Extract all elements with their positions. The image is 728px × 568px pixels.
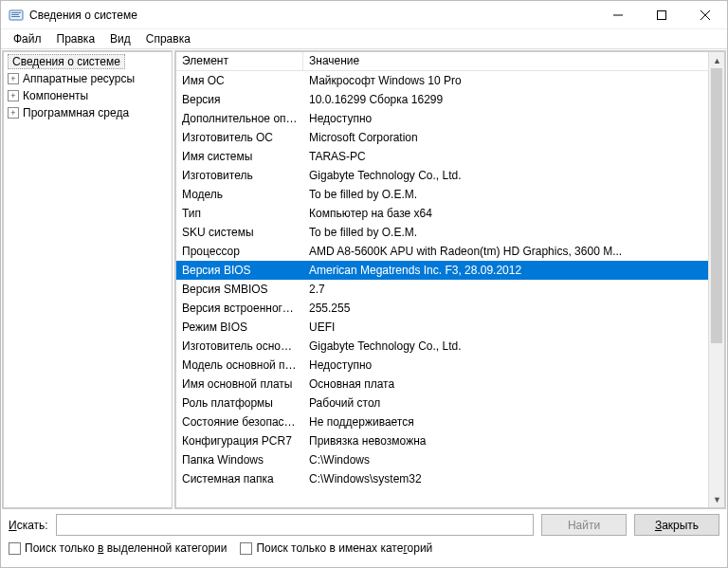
content-area: Сведения о системе + Аппаратные ресурсы … bbox=[1, 48, 727, 510]
check-names-label: Поиск только в именах категорий bbox=[256, 541, 432, 555]
cell-value: Компьютер на базе x64 bbox=[303, 206, 724, 221]
cell-value: Gigabyte Technology Co., Ltd. bbox=[303, 168, 724, 183]
tree-components-label: Компоненты bbox=[23, 89, 88, 102]
cell-name: Дополнительное опис... bbox=[176, 111, 303, 126]
table-row[interactable]: ПроцессорAMD A8-5600K APU with Radeon(tm… bbox=[176, 242, 724, 261]
table-row[interactable]: Состояние безопасно...Не поддерживается bbox=[176, 412, 724, 431]
search-input[interactable] bbox=[56, 514, 534, 536]
cell-name: Изготовитель ОС bbox=[176, 130, 303, 145]
check-names-only[interactable]: Поиск только в именах категорий bbox=[240, 541, 432, 555]
table-row[interactable]: Версия10.0.16299 Сборка 16299 bbox=[176, 90, 724, 109]
tree-software-label: Программная среда bbox=[23, 106, 129, 119]
cell-name: Режим BIOS bbox=[176, 320, 303, 335]
cell-value: Microsoft Corporation bbox=[303, 130, 724, 145]
cell-value: Не поддерживается bbox=[303, 414, 724, 430]
cell-name: Состояние безопасно... bbox=[176, 414, 303, 430]
table-row[interactable]: SKU системыTo be filled by O.E.M. bbox=[176, 223, 724, 242]
list-pane[interactable]: Элемент Значение Имя ОСМайкрософт Window… bbox=[174, 50, 726, 509]
cell-name: Версия bbox=[176, 92, 303, 107]
cell-value: TARAS-PC bbox=[303, 149, 724, 164]
menubar: Файл Правка Вид Справка bbox=[1, 29, 727, 48]
table-row[interactable]: Дополнительное опис...Недоступно bbox=[176, 109, 724, 128]
minimize-button[interactable] bbox=[596, 1, 640, 29]
cell-name: Имя ОС bbox=[176, 73, 303, 88]
vertical-scrollbar[interactable]: ▲ ▼ bbox=[708, 52, 724, 507]
scroll-down-arrow-icon[interactable]: ▼ bbox=[709, 491, 725, 507]
window-controls bbox=[596, 1, 727, 28]
cell-value: 255.255 bbox=[303, 301, 724, 316]
cell-value: Привязка невозможна bbox=[303, 433, 724, 449]
column-header-name[interactable]: Элемент bbox=[176, 52, 303, 70]
cell-name: Системная папка bbox=[176, 471, 303, 486]
column-header-value[interactable]: Значение bbox=[303, 52, 724, 70]
svg-rect-5 bbox=[658, 11, 666, 20]
checks-row: Поиск только в выделенной категории Поис… bbox=[9, 541, 719, 555]
table-row[interactable]: ИзготовительGigabyte Technology Co., Ltd… bbox=[176, 166, 724, 185]
cell-name: Роль платформы bbox=[176, 395, 303, 411]
cell-name: Изготовитель основно... bbox=[176, 339, 303, 354]
table-row[interactable]: Изготовитель основно...Gigabyte Technolo… bbox=[176, 337, 724, 356]
search-row: Искать: Найти Закрыть bbox=[9, 514, 719, 536]
svg-rect-2 bbox=[11, 14, 19, 15]
cell-value: To be filled by O.E.M. bbox=[303, 225, 724, 240]
cell-value: Gigabyte Technology Co., Ltd. bbox=[303, 339, 724, 354]
table-row[interactable]: Системная папкаC:\Windows\system32 bbox=[176, 469, 724, 488]
cell-value: C:\Windows\system32 bbox=[303, 471, 724, 486]
expander-icon[interactable]: + bbox=[8, 90, 19, 101]
cell-name: Версия SMBIOS bbox=[176, 282, 303, 297]
tree-hardware[interactable]: + Аппаратные ресурсы bbox=[4, 70, 172, 87]
table-row[interactable]: Имя ОСМайкрософт Windows 10 Pro bbox=[176, 71, 724, 90]
cell-name: Конфигурация PCR7 bbox=[176, 433, 303, 449]
table-row[interactable]: Имя основной платыОсновная плата bbox=[176, 375, 724, 394]
table-row[interactable]: МодельTo be filled by O.E.M. bbox=[176, 185, 724, 204]
table-row[interactable]: Версия BIOSAmerican Megatrends Inc. F3, … bbox=[176, 261, 724, 280]
cell-name: Имя системы bbox=[176, 149, 303, 164]
table-row[interactable]: Папка WindowsC:\Windows bbox=[176, 450, 724, 469]
checkbox-icon[interactable] bbox=[9, 542, 21, 555]
table-row[interactable]: Изготовитель ОСMicrosoft Corporation bbox=[176, 128, 724, 147]
table-row[interactable]: Версия встроенного к...255.255 bbox=[176, 299, 724, 318]
table-row[interactable]: ТипКомпьютер на базе x64 bbox=[176, 204, 724, 223]
cell-value: 2.7 bbox=[303, 282, 724, 297]
search-label: Искать: bbox=[9, 519, 48, 532]
table-row[interactable]: Роль платформыРабочий стол bbox=[176, 394, 724, 412]
cell-value: Основная плата bbox=[303, 376, 724, 392]
tree-components[interactable]: + Компоненты bbox=[4, 87, 172, 104]
tree-software[interactable]: + Программная среда bbox=[4, 104, 172, 121]
cell-value: Майкрософт Windows 10 Pro bbox=[303, 73, 724, 88]
bottom-panel: Искать: Найти Закрыть Поиск только в выд… bbox=[1, 510, 727, 562]
close-button-bottom[interactable]: Закрыть bbox=[634, 514, 719, 536]
menu-edit[interactable]: Правка bbox=[50, 30, 102, 47]
check-selected-category[interactable]: Поиск только в выделенной категории bbox=[9, 541, 227, 555]
checkbox-icon[interactable] bbox=[240, 542, 252, 555]
close-button[interactable] bbox=[683, 1, 727, 29]
app-icon bbox=[9, 8, 24, 23]
cell-value: Недоступно bbox=[303, 111, 724, 126]
tree-root[interactable]: Сведения о системе bbox=[4, 53, 172, 70]
cell-value: UEFI bbox=[303, 320, 724, 335]
cell-name: Изготовитель bbox=[176, 168, 303, 183]
table-row[interactable]: Конфигурация PCR7Привязка невозможна bbox=[176, 431, 724, 450]
svg-rect-1 bbox=[11, 12, 21, 13]
cell-name: SKU системы bbox=[176, 225, 303, 240]
list-body[interactable]: Имя ОСМайкрософт Windows 10 ProВерсия10.… bbox=[176, 71, 724, 488]
expander-icon[interactable]: + bbox=[8, 107, 19, 119]
menu-help[interactable]: Справка bbox=[139, 30, 197, 47]
table-row[interactable]: Версия SMBIOS2.7 bbox=[176, 280, 724, 299]
check-selected-label: Поиск только в выделенной категории bbox=[25, 541, 227, 555]
menu-view[interactable]: Вид bbox=[103, 30, 137, 47]
tree-pane[interactable]: Сведения о системе + Аппаратные ресурсы … bbox=[2, 50, 173, 509]
menu-file[interactable]: Файл bbox=[7, 30, 48, 47]
maximize-button[interactable] bbox=[640, 1, 683, 29]
cell-value: Рабочий стол bbox=[303, 395, 724, 411]
scroll-up-arrow-icon[interactable]: ▲ bbox=[709, 52, 725, 68]
table-row[interactable]: Модель основной пла...Недоступно bbox=[176, 356, 724, 375]
cell-name: Папка Windows bbox=[176, 452, 303, 467]
cell-name: Модель основной пла... bbox=[176, 357, 303, 373]
expander-icon[interactable]: + bbox=[8, 73, 19, 84]
table-row[interactable]: Имя системыTARAS-PC bbox=[176, 147, 724, 166]
cell-name: Процессор bbox=[176, 244, 303, 259]
scroll-thumb[interactable] bbox=[711, 68, 722, 343]
find-button[interactable]: Найти bbox=[541, 514, 627, 536]
table-row[interactable]: Режим BIOSUEFI bbox=[176, 318, 724, 337]
